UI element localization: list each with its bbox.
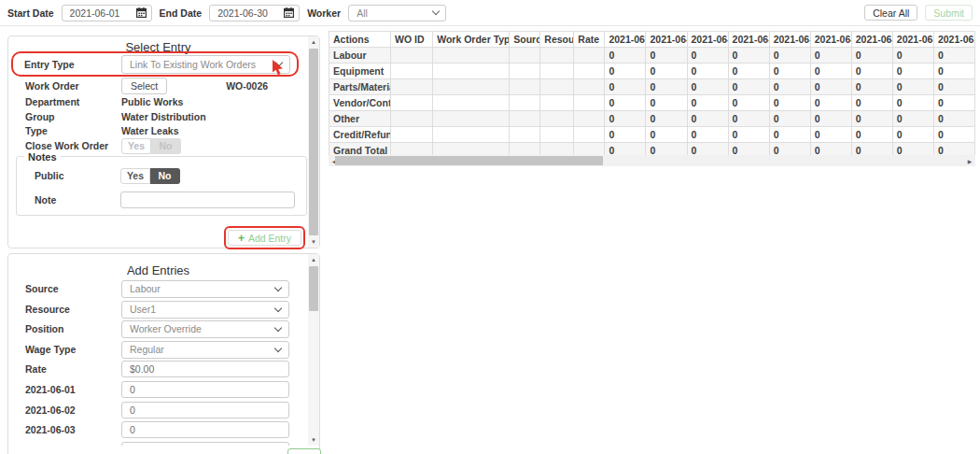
add-entries-row: 2021-06-04 0 [9,441,307,446]
value-cell: 0 [851,127,892,143]
value-cell: 0 [851,48,892,64]
scroll-thumb[interactable] [309,49,318,235]
value-cell: 0 [605,95,646,111]
field-select[interactable]: Regular [121,341,289,359]
add-entries-row: 2021-06-02 0 [9,401,307,419]
column-header: Source [510,32,540,48]
empty-cell [433,48,510,64]
add-entries-row: Resource User1 [9,300,307,319]
value-cell: 0 [687,48,728,64]
worker-select[interactable]: All [348,5,446,21]
note-input[interactable] [120,192,295,208]
field-label: Position [25,323,121,334]
field-value: Regular [130,344,270,355]
field-label: Source [25,283,121,294]
add-entries-row: Position Worker Override [9,319,307,338]
value-cell: 0 [605,79,646,95]
add-entries-panel: Add Entries Source Labour Resource User1… [7,253,320,454]
field-label: Resource [25,304,121,315]
add-entries-row: Wage Type Regular [9,340,307,359]
empty-cell [574,64,605,79]
value-cell: 0 [646,79,687,95]
field-input[interactable]: 0 [121,442,289,446]
empty-cell [540,79,574,95]
clear-all-button[interactable]: Clear All [864,5,917,21]
field-value: 0 [130,424,135,435]
select-entry-scrollbar[interactable]: ▲ ▼ [308,36,319,248]
field-input[interactable]: 0 [121,381,289,398]
column-header: WO ID [391,32,433,48]
close-work-order-no[interactable]: No [151,138,181,154]
empty-cell [540,127,574,143]
submit-button[interactable]: Submit [925,5,973,21]
work-order-value: WO-0026 [226,80,268,92]
empty-cell [574,127,605,143]
value-cell: 0 [687,95,728,111]
value-cell: 0 [605,127,646,143]
entry-type-select[interactable]: Link To Existing Work Orders [121,55,290,74]
value-cell: 0 [728,95,769,111]
field-input[interactable]: 0 [121,421,289,438]
select-entry-panel: Select Entry Entry Type Link To Existing… [7,35,320,248]
value-cell: 0 [892,95,933,111]
empty-cell [391,127,433,143]
add-button-partial[interactable] [287,448,321,454]
empty-cell [433,79,510,95]
value-cell: 0 [687,127,728,143]
field-select[interactable]: Worker Override [121,320,289,338]
chevron-down-icon [274,304,282,311]
end-date-input[interactable]: 2021-06-30 [209,5,300,21]
scroll-up-icon[interactable]: ▲ [308,36,319,48]
scroll-up-icon[interactable]: ▲ [308,254,319,265]
field-value: Labour [130,283,270,294]
field-value: 0 [130,384,135,395]
empty-cell [540,111,574,127]
worker-value: All [357,7,427,19]
start-date-input[interactable]: 2021-06-01 [62,5,152,21]
table-row: Credit/Refund000000000 [329,127,975,143]
empty-cell [510,111,540,127]
empty-cell [391,64,433,79]
field-label: 2021-06-03 [25,424,121,435]
scroll-thumb[interactable] [335,156,603,165]
field-value: 0 [130,404,135,416]
column-header: Resource [540,32,574,48]
field-value: User1 [130,304,270,315]
public-no[interactable]: No [150,168,180,184]
scroll-right-icon[interactable]: ▶ [964,155,975,166]
calendar-icon[interactable] [136,7,147,18]
entry-type-label: Entry Type [24,59,121,70]
chevron-down-icon [274,323,282,331]
public-yes[interactable]: Yes [120,168,150,184]
value-cell: 0 [851,95,892,111]
field-input[interactable]: $0.00 [121,361,289,377]
add-entry-button[interactable]: + Add Entry [228,230,301,246]
add-entries-scrollbar[interactable]: ▲ ▼ [308,254,319,446]
row-label-cell: Vendor/Contractor [329,95,391,111]
filter-toolbar: Start Date 2021-06-01 End Date 2021-06-3… [0,0,980,26]
value-cell: 0 [728,111,769,127]
scroll-down-icon[interactable]: ▼ [308,236,319,248]
calendar-icon[interactable] [284,7,294,18]
value-cell: 0 [810,48,851,64]
work-order-label: Work Order [25,80,121,92]
scroll-thumb[interactable] [309,266,318,311]
field-select[interactable]: User1 [121,301,289,319]
table-row: Other000000000 [329,111,975,127]
summary-table: ActionsWO IDWork Order TypeSourceResourc… [329,31,975,159]
value-cell: 0 [933,95,974,111]
entry-type-value: Link To Existing Work Orders [130,59,271,70]
table-horizontal-scrollbar[interactable]: ◀ ▶ [329,155,975,166]
department-value: Public Works [121,96,183,107]
table-header-row: ActionsWO IDWork Order TypeSourceResourc… [329,32,975,48]
value-cell: 0 [769,48,810,64]
scroll-down-icon[interactable]: ▼ [308,434,319,446]
type-label: Type [25,125,121,136]
column-header: 2021-06-07 [851,32,892,48]
add-entry-label: Add Entry [248,233,291,244]
field-select[interactable]: Labour [121,280,289,298]
close-work-order-yes[interactable]: Yes [121,138,151,154]
field-input[interactable]: 0 [121,402,289,419]
close-work-order-label: Close Work Order [25,140,121,151]
add-entry-highlight: + Add Entry [224,226,305,249]
